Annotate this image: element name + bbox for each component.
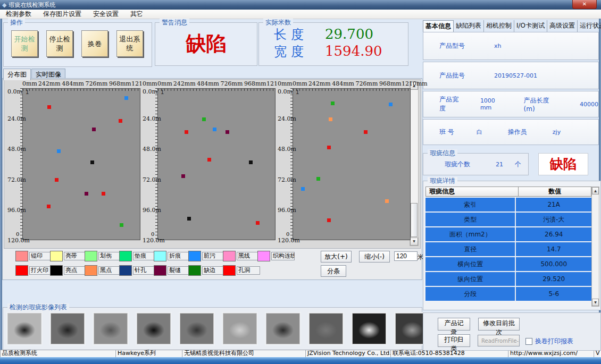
- product-width-label: 产品宽度: [439, 95, 464, 113]
- panel-body: 0.0m24.0m48.0m72.0m96.0m120.0m01: [7, 88, 140, 240]
- defect-thumbnail-2[interactable]: [51, 313, 85, 344]
- x-ruler: 0mm242mm484mm726mm968mm1210mm: [22, 81, 140, 88]
- defect-point[interactable]: [331, 101, 335, 105]
- split-button[interactable]: 分条: [321, 265, 346, 277]
- defect-point[interactable]: [327, 146, 331, 149]
- defect-point[interactable]: [92, 128, 96, 131]
- defect-point[interactable]: [329, 117, 332, 121]
- defect-point[interactable]: [90, 160, 94, 164]
- scroll-thumb[interactable]: [411, 203, 418, 237]
- right-tab-5[interactable]: 高级设置: [547, 20, 578, 32]
- defect-point[interactable]: [301, 187, 305, 191]
- defect-detail-row[interactable]: 分段5-6: [425, 287, 591, 301]
- defect-point[interactable]: [202, 117, 206, 121]
- close-button[interactable]: ✕: [572, 0, 597, 9]
- detail-field-value: 500.000: [516, 257, 591, 271]
- product-record-button[interactable]: 产品记录: [438, 318, 470, 331]
- defect-point[interactable]: [119, 119, 122, 123]
- op-button-3[interactable]: 换卷: [81, 30, 108, 57]
- menu-item-3[interactable]: 安全设置: [87, 10, 124, 19]
- defect-point[interactable]: [327, 218, 331, 222]
- op-button-1[interactable]: 开始检测: [11, 30, 38, 57]
- defect-thumbnail-6[interactable]: [223, 313, 257, 344]
- op-button-2[interactable]: 停止检测: [46, 30, 73, 57]
- x-tick-label: 484mm: [197, 80, 219, 87]
- defect-point[interactable]: [207, 158, 211, 162]
- print-classify-button[interactable]: 打印归类: [438, 334, 470, 347]
- legend-label: 孔洞: [237, 266, 260, 275]
- scroll-up-icon[interactable]: ▲: [592, 187, 599, 194]
- plot-scrollbar[interactable]: ▲ ▼: [410, 81, 419, 246]
- right-tab-1[interactable]: 基本信息: [423, 20, 454, 32]
- defect-detail-row[interactable]: 直径14.7: [425, 242, 591, 256]
- right-tab-4[interactable]: I/O卡测试: [514, 20, 547, 32]
- defect-detail-row[interactable]: 索引21A: [425, 198, 591, 211]
- defect-count-unit: 个: [515, 160, 521, 169]
- defect-detail-row[interactable]: 面积（mm2）26.94: [425, 227, 591, 241]
- right-tab-2[interactable]: 缺陷列表: [454, 20, 484, 32]
- detail-field-value: 污渍-大: [516, 213, 591, 226]
- modify-batch-button[interactable]: 修改目前批次: [478, 318, 520, 331]
- defect-point[interactable]: [226, 130, 229, 134]
- status-cell-4: JZVision Technology Co., Ltd.: [305, 350, 390, 357]
- menu-item-1[interactable]: 检测参数: [0, 10, 37, 19]
- detail-scrollbar[interactable]: ▲ ▼: [591, 187, 599, 307]
- defect-point[interactable]: [256, 221, 260, 225]
- operator-label: 操作员: [508, 128, 527, 137]
- defect-thumbnail-5[interactable]: [180, 313, 214, 344]
- legend-item: 裂缝: [154, 265, 186, 276]
- defect-detail-row[interactable]: 横向位置500.000: [425, 257, 591, 271]
- defect-point[interactable]: [249, 160, 253, 164]
- legend-item: 打火印: [15, 265, 48, 276]
- scroll-down-icon[interactable]: ▼: [410, 238, 418, 246]
- defect-point[interactable]: [316, 177, 320, 181]
- defect-point[interactable]: [364, 130, 368, 134]
- defect-point[interactable]: [85, 192, 88, 196]
- width-value: 1594.90: [325, 43, 382, 59]
- defect-thumbnail-1[interactable]: [7, 313, 41, 344]
- defect-point[interactable]: [55, 178, 59, 182]
- defect-point[interactable]: [185, 130, 188, 134]
- status-cell-2: Hawkeye系列: [115, 350, 182, 357]
- defect-thumbnail-9[interactable]: [352, 313, 386, 344]
- detail-field-name: 直径: [425, 242, 516, 256]
- defect-point[interactable]: [47, 105, 51, 109]
- scroll-down-icon[interactable]: ▼: [592, 299, 599, 306]
- defect-point[interactable]: [187, 217, 191, 221]
- left-tab-1[interactable]: 分布图: [3, 69, 31, 80]
- defect-point[interactable]: [385, 199, 389, 203]
- defect-count-value: 21: [496, 161, 503, 168]
- meters-input[interactable]: [394, 251, 418, 261]
- defect-thumbnail-7[interactable]: [266, 313, 300, 344]
- zoom-in-button[interactable]: 放大(+): [321, 251, 352, 263]
- defect-images-title: 检测的瑕疵影像列表: [7, 303, 69, 311]
- defect-point[interactable]: [389, 103, 393, 106]
- legend-label: 划伤: [98, 252, 122, 260]
- defect-point[interactable]: [213, 128, 216, 131]
- print-report-checkbox[interactable]: [525, 338, 532, 345]
- defect-point[interactable]: [181, 174, 185, 178]
- defect-point[interactable]: [47, 205, 51, 208]
- defect-point[interactable]: [102, 192, 105, 196]
- y-tick-label: 96.0m: [7, 207, 26, 214]
- x-tick-label: 242mm: [308, 80, 331, 87]
- detail-field-value: 14.7: [516, 242, 591, 256]
- defect-thumbnail-3[interactable]: [94, 313, 128, 344]
- op-button-4[interactable]: 退出系统: [116, 30, 143, 57]
- menu-item-2[interactable]: 保存图片设置: [37, 10, 87, 19]
- menu-item-4[interactable]: 其它: [124, 10, 149, 19]
- status-cell-7: V 2.3.1: [594, 350, 601, 357]
- defect-detail-row[interactable]: 类型污渍-大: [425, 213, 591, 226]
- right-tab-3[interactable]: 相机控制: [484, 20, 514, 32]
- defect-thumbnail-8[interactable]: [309, 313, 343, 344]
- defect-point[interactable]: [120, 223, 123, 227]
- defect-detail-row[interactable]: 纵向位置29.520: [425, 272, 591, 286]
- defect-thumbnail-4[interactable]: [137, 313, 171, 344]
- defect-point[interactable]: [57, 149, 61, 153]
- zoom-out-button[interactable]: 缩小(-): [359, 251, 390, 263]
- right-buttons-panel: 产品记录 修改目前批次 打印归类 ReadFromFile-SIM 换卷打印报表: [423, 312, 601, 351]
- right-tab-6[interactable]: 运行状态信息: [578, 20, 601, 32]
- window-title: 瑕疵在线检测系统: [9, 1, 55, 9]
- defect-point[interactable]: [124, 96, 128, 100]
- product-model-label: 产品型号: [439, 41, 465, 50]
